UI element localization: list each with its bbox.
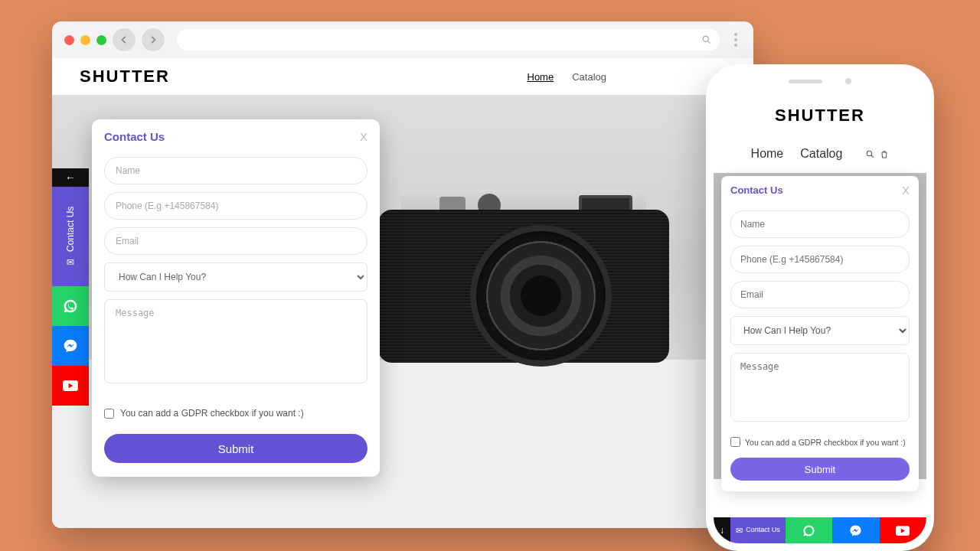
- mobile-submit-button[interactable]: Submit: [730, 458, 910, 481]
- phone-field[interactable]: [104, 192, 368, 220]
- side-contact-widget: ← ✉ Contact Us: [52, 168, 89, 406]
- mobile-widget-youtube-button[interactable]: [880, 517, 926, 543]
- site-nav: Home Catalog: [528, 71, 607, 83]
- widget-collapse-button[interactable]: ←: [52, 168, 89, 187]
- messenger-icon: [63, 338, 78, 354]
- whatsapp-icon: [63, 298, 78, 314]
- mobile-gdpr-checkbox[interactable]: [730, 437, 740, 447]
- mail-icon: ✉: [65, 256, 76, 267]
- close-window-icon[interactable]: [64, 35, 74, 45]
- email-field[interactable]: [104, 227, 368, 255]
- widget-messenger-button[interactable]: [52, 326, 89, 366]
- messenger-icon: [849, 524, 862, 537]
- widget-contact-label: Contact Us: [65, 206, 76, 251]
- mobile-modal-close-button[interactable]: X: [902, 184, 910, 197]
- widget-whatsapp-button[interactable]: [52, 286, 89, 326]
- mobile-message-field[interactable]: [730, 353, 910, 422]
- mobile-gdpr-row[interactable]: You can add a GDPR checkbox if you want …: [730, 437, 910, 447]
- mobile-nav-catalog[interactable]: Catalog: [800, 147, 842, 161]
- gdpr-row[interactable]: You can add a GDPR checkbox if you want …: [104, 408, 368, 419]
- site-brand: SHUTTER: [80, 67, 170, 86]
- youtube-icon: [63, 380, 78, 391]
- widget-contact-tab[interactable]: ✉ Contact Us: [52, 187, 89, 286]
- topic-select[interactable]: How Can I Help You?: [104, 262, 368, 292]
- mail-icon: ✉: [736, 526, 743, 535]
- minimize-window-icon[interactable]: [80, 35, 90, 45]
- message-field[interactable]: [104, 299, 368, 383]
- modal-title: Contact Us: [104, 130, 165, 143]
- phone-notch: [766, 72, 874, 90]
- forward-button[interactable]: [142, 28, 165, 51]
- mobile-hero-area: Contact Us X How Can I Help You? You can…: [714, 173, 926, 479]
- search-icon: [701, 34, 712, 45]
- mobile-contact-widget: ↓ ✉ Contact Us: [714, 517, 926, 543]
- mobile-search-icon[interactable]: [865, 149, 875, 159]
- address-bar[interactable]: [177, 29, 720, 51]
- browser-menu-icon[interactable]: [730, 33, 741, 47]
- svg-point-0: [703, 36, 708, 41]
- contact-modal: Contact Us X How Can I Help You? You can…: [92, 119, 380, 477]
- mobile-widget-contact-label: Contact Us: [746, 527, 780, 534]
- mobile-gdpr-label: You can add a GDPR checkbox if you want …: [745, 438, 906, 447]
- submit-button[interactable]: Submit: [104, 434, 368, 463]
- mobile-widget-contact-tab[interactable]: ✉ Contact Us: [730, 517, 786, 543]
- maximize-window-icon[interactable]: [96, 35, 106, 45]
- mobile-contact-modal: Contact Us X How Can I Help You? You can…: [721, 176, 919, 491]
- gdpr-checkbox[interactable]: [104, 409, 114, 419]
- mobile-brand: SHUTTER: [714, 106, 926, 126]
- mobile-nav-home[interactable]: Home: [751, 147, 784, 161]
- mobile-email-field[interactable]: [730, 281, 910, 308]
- mobile-phone-field[interactable]: [730, 246, 910, 273]
- hero-camera-image: [378, 168, 669, 363]
- desktop-browser-window: SHUTTER Home Catalog ← ✉ Contact Us: [52, 21, 753, 528]
- svg-point-3: [867, 151, 873, 156]
- name-field[interactable]: [104, 157, 368, 184]
- widget-youtube-button[interactable]: [52, 366, 89, 406]
- mobile-widget-collapse-button[interactable]: ↓: [714, 517, 730, 543]
- phone-mockup: SHUTTER Home Catalog Contact Us X: [706, 64, 934, 551]
- nav-catalog[interactable]: Catalog: [572, 71, 606, 83]
- browser-chrome: [52, 21, 753, 58]
- mobile-topic-select[interactable]: How Can I Help You?: [730, 316, 910, 345]
- nav-home[interactable]: Home: [528, 71, 554, 83]
- window-traffic-lights: [64, 35, 106, 45]
- modal-close-button[interactable]: X: [360, 130, 368, 143]
- whatsapp-icon: [802, 524, 815, 537]
- mobile-widget-messenger-button[interactable]: [832, 517, 879, 543]
- site-header: SHUTTER Home Catalog: [52, 58, 753, 95]
- mobile-modal-title: Contact Us: [730, 184, 783, 196]
- mobile-name-field[interactable]: [730, 210, 910, 238]
- back-button[interactable]: [113, 28, 136, 51]
- youtube-icon: [896, 526, 910, 536]
- mobile-bag-icon[interactable]: [880, 149, 889, 159]
- mobile-widget-whatsapp-button[interactable]: [786, 517, 832, 543]
- gdpr-label: You can add a GDPR checkbox if you want …: [120, 408, 304, 419]
